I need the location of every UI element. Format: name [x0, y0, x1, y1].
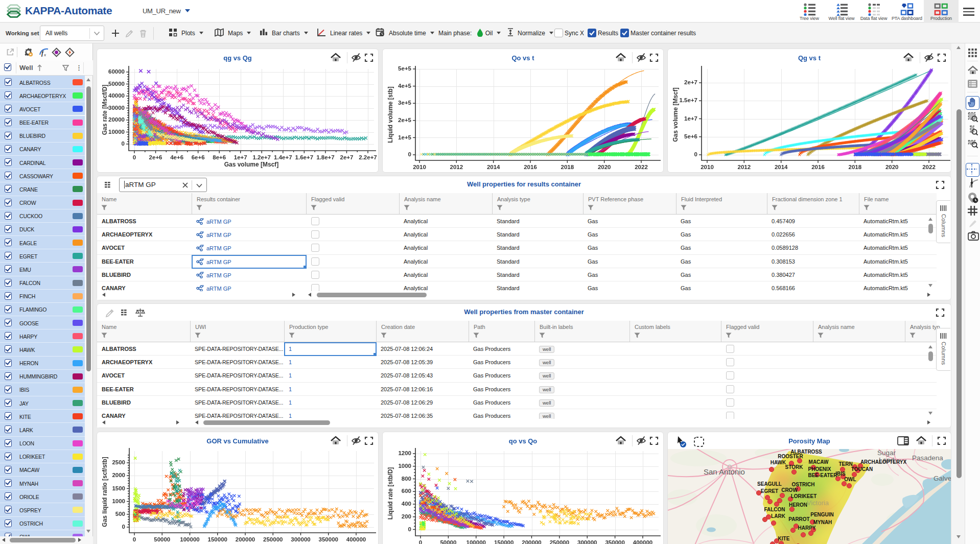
- svg-text:BEE-EATER: BEE-EATER: [808, 472, 837, 478]
- svg-text:LARK: LARK: [771, 513, 786, 519]
- svg-text:ROOSTER: ROOSTER: [778, 454, 803, 459]
- svg-text:Pasadena: Pasadena: [912, 454, 943, 462]
- svg-text:San Antonio: San Antonio: [704, 467, 745, 476]
- svg-text:Galvest: Galvest: [934, 475, 951, 482]
- svg-text:FALCON: FALCON: [764, 507, 785, 512]
- svg-text:MYNAH: MYNAH: [813, 519, 832, 525]
- svg-text:HAWK: HAWK: [771, 460, 786, 465]
- svg-text:Sugar: Sugar: [877, 449, 896, 457]
- svg-text:MACAW: MACAW: [809, 459, 829, 465]
- svg-text:IBIS: IBIS: [835, 471, 846, 477]
- svg-text:HARPY: HARPY: [798, 525, 815, 531]
- svg-text:x: x: [43, 52, 46, 57]
- svg-text:TERN: TERN: [838, 461, 852, 467]
- svg-text:HERON: HERON: [789, 502, 807, 508]
- svg-text:PHOENIX: PHOENIX: [808, 466, 831, 472]
- svg-text:KITE: KITE: [778, 536, 790, 541]
- svg-text:STORK: STORK: [785, 464, 804, 470]
- svg-text:CROW: CROW: [781, 487, 798, 493]
- svg-text:EGRET: EGRET: [761, 488, 778, 494]
- svg-text:OSTRICH: OSTRICH: [792, 482, 815, 487]
- svg-text:OWL: OWL: [844, 477, 856, 482]
- svg-text:PENGUIN: PENGUIN: [810, 512, 834, 517]
- svg-text:ARCHAEOPTERYX: ARCHAEOPTERYX: [860, 459, 907, 465]
- svg-text:TOUCAN: TOUCAN: [851, 466, 873, 472]
- svg-text:PARROT: PARROT: [788, 516, 809, 522]
- svg-text:SEAGULL: SEAGULL: [757, 481, 782, 487]
- svg-text:Victoria: Victoria: [807, 499, 829, 507]
- svg-text:LORIKEET: LORIKEET: [791, 493, 817, 499]
